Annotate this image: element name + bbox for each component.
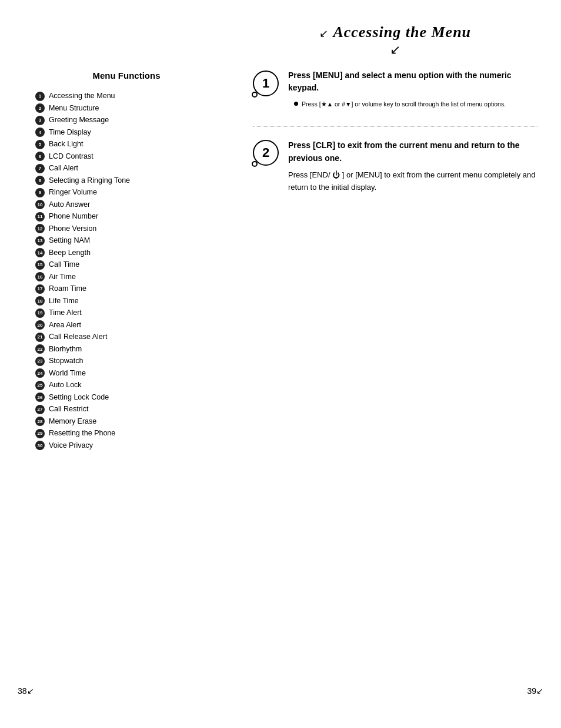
menu-list-item: 24World Time [35,368,218,379]
bullet-dot-icon [294,102,298,106]
menu-item-number: 27 [35,405,45,414]
title-icon: ↙ [319,28,328,39]
menu-item-number: 19 [35,308,45,318]
menu-item-label: Auto Lock [49,380,82,391]
menu-item-number: 24 [35,368,45,378]
menu-list-item: 21Call Release Alert [35,332,218,343]
menu-list-item: 12Phone Version [35,224,218,234]
step-1-bullet: Press [★▲ or #▼] or volume key to scroll… [294,100,537,109]
menu-item-number: 25 [35,381,45,390]
menu-item-label: Call Time [49,260,79,270]
menu-item-number: 26 [35,392,45,402]
menu-item-label: Biorhythm [49,344,82,355]
menu-item-label: Voice Privacy [49,441,93,451]
left-page-num: 38 [18,686,27,696]
menu-item-number: 15 [35,260,45,270]
page-title: Accessing the Menu [333,24,471,41]
step-2-number: 2 [262,145,269,160]
menu-item-label: Menu Structure [49,103,99,114]
menu-item-number: 28 [35,417,45,426]
menu-item-label: Greeting Message [49,115,109,126]
step-1-block: 1 Press [MENU] and select a menu option … [253,69,537,109]
menu-item-number: 6 [35,152,45,161]
step-2-circle: 2 [253,140,279,166]
menu-item-label: Phone Version [49,224,96,234]
menu-item-number: 18 [35,296,45,306]
menu-list-item: 25Auto Lock [35,380,218,391]
menu-item-number: 30 [35,441,45,450]
step-1-content: Press [MENU] and select a menu option wi… [288,69,537,109]
menu-item-label: Accessing the Menu [49,91,115,102]
menu-list-item: 11Phone Number [35,212,218,222]
step-2-main-text: Press [CLR] to exit from the current men… [288,139,537,165]
menu-item-label: Beep Length [49,248,91,259]
arrow-decoration: ↙ [253,42,537,58]
menu-item-number: 9 [35,188,45,197]
menu-list-item: 30Voice Privacy [35,441,218,451]
menu-item-label: Call Restrict [49,404,88,415]
menu-list-item: 2Menu Structure [35,103,218,114]
menu-item-label: Ringer Volume [49,187,97,198]
page-number-right: 39↙ [527,686,543,696]
menu-list-item: 9Ringer Volume [35,187,218,198]
menu-item-label: Memory Erase [49,417,96,427]
page: Menu Functions 1Accessing the Menu2Menu … [0,0,561,728]
menu-list-item: 6LCD Contrast [35,152,218,162]
menu-item-label: World Time [49,368,86,379]
menu-list-item: 20Area Alert [35,320,218,331]
menu-list-item: 14Beep Length [35,248,218,259]
menu-list-item: 27Call Restrict [35,404,218,415]
menu-list-item: 28Memory Erase [35,417,218,427]
menu-list-item: 8Selecting a Ringing Tone [35,176,218,186]
menu-item-number: 16 [35,272,45,281]
menu-item-label: Life Time [49,296,79,307]
menu-item-number: 17 [35,284,45,294]
step-1-main-text: Press [MENU] and select a menu option wi… [288,69,537,94]
menu-item-label: Call Release Alert [49,332,107,343]
menu-list-item: 15Call Time [35,260,218,270]
step-2-block: 2 Press [CLR] to exit from the current m… [253,139,537,194]
menu-item-number: 29 [35,429,45,438]
menu-item-label: Air Time [49,272,76,283]
menu-list: 1Accessing the Menu2Menu Structure3Greet… [35,91,218,451]
page-title-area: ↙ Accessing the Menu ↙ [253,24,537,58]
menu-item-number: 5 [35,140,45,149]
step-1-circle: 1 [253,71,279,96]
step-2-notch [252,161,258,167]
menu-item-number: 3 [35,116,45,125]
menu-item-number: 2 [35,103,45,113]
menu-item-label: Roam Time [49,284,86,294]
left-column: Menu Functions 1Accessing the Menu2Menu … [0,0,235,728]
menu-list-item: 19Time Alert [35,308,218,318]
menu-item-number: 1 [35,92,45,101]
step-1-notch [252,92,258,98]
menu-item-label: Time Alert [49,308,82,318]
menu-list-item: 5Back Light [35,139,218,150]
menu-item-number: 11 [35,212,45,222]
menu-list-item: 18Life Time [35,296,218,307]
menu-item-label: Back Light [49,139,83,150]
menu-item-number: 21 [35,333,45,342]
menu-list-item: 13Setting NAM [35,236,218,246]
menu-list-item: 3Greeting Message [35,115,218,126]
menu-item-number: 12 [35,224,45,233]
menu-item-number: 10 [35,200,45,209]
step-2-content: Press [CLR] to exit from the current men… [288,139,537,194]
menu-item-label: Stopwatch [49,356,83,367]
menu-list-item: 29Resetting the Phone [35,428,218,439]
menu-item-label: Phone Number [49,212,98,222]
menu-item-label: Call Alert [49,163,78,174]
menu-functions-title: Menu Functions [35,71,218,80]
step-1-bullet-text: Press [★▲ or #▼] or volume key to scroll… [302,100,506,109]
menu-item-number: 7 [35,164,45,173]
menu-list-item: 7Call Alert [35,163,218,174]
step-2-sub-text: Press [END/ ⏻ ] or [MENU] to exit from t… [288,169,537,194]
page-number-left: 38↙ [18,686,34,696]
menu-item-label: Time Display [49,128,91,138]
menu-item-label: Auto Answer [49,200,90,210]
divider-line [253,126,537,127]
menu-item-label: Resetting the Phone [49,428,115,439]
menu-list-item: 10Auto Answer [35,200,218,210]
menu-item-number: 8 [35,176,45,185]
menu-item-number: 22 [35,344,45,354]
